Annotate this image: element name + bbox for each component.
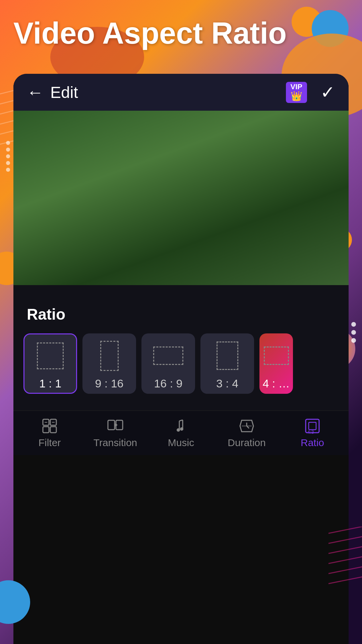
ratio-label-3-4: 3 : 4 [216, 377, 238, 390]
back-button[interactable]: ← [27, 83, 44, 102]
ratio-section-label: Ratio [23, 305, 339, 323]
svg-rect-43 [43, 427, 49, 433]
svg-line-6 [328, 527, 362, 533]
svg-text:4:3: 4:3 [307, 429, 314, 434]
nav-ratio[interactable]: 4:3 Ratio [280, 418, 345, 448]
vip-badge[interactable]: VIP 👑 [286, 82, 307, 103]
ratio-icon-3-4 [210, 337, 244, 374]
nav-duration[interactable]: Duration [214, 418, 280, 448]
nav-filter-label: Filter [39, 437, 61, 448]
svg-line-55 [247, 426, 249, 428]
ratio-option-16-9[interactable]: 16 : 9 [141, 333, 195, 394]
svg-line-9 [328, 557, 362, 564]
video-preview: 🦋 oracã [13, 111, 349, 285]
page-title: Video Aspect Ratio [13, 17, 287, 50]
bottom-nav: Filter Transition Music [13, 411, 349, 455]
ratio-option-1-1[interactable]: 1 : 1 [23, 333, 77, 394]
ratio-option-4-x[interactable]: 4 : … [259, 333, 293, 394]
svg-line-11 [328, 577, 362, 584]
ratio-option-9-16[interactable]: 9 : 16 [82, 333, 136, 394]
deco-lines-bottom-right [328, 527, 362, 594]
ratio-label-9-16: 9 : 16 [95, 377, 123, 390]
ratio-section: Ratio 1 : 1 9 : 16 [23, 299, 339, 404]
vip-label: VIP [291, 83, 302, 91]
photo-content: 🦋 oracã [13, 111, 349, 285]
leaves-background [13, 111, 349, 285]
bottom-panel: Ratio 1 : 1 9 : 16 [13, 285, 349, 411]
crown-icon: 👑 [291, 91, 302, 102]
top-bar: ← Edit VIP 👑 ✓ [13, 74, 349, 111]
page-title-area: Video Aspect Ratio [13, 17, 287, 50]
svg-rect-44 [50, 427, 56, 433]
svg-point-52 [180, 427, 183, 431]
ratio-label-1-1: 1 : 1 [39, 377, 61, 390]
ratio-box-3-4 [217, 341, 238, 370]
ratio-icon-4-x [259, 337, 293, 374]
screen-title: Edit [50, 83, 286, 102]
duration-icon [238, 418, 255, 434]
app-container: ← Edit VIP 👑 ✓ [13, 74, 349, 644]
ratio-box-4-x [264, 346, 289, 365]
nav-filter[interactable]: Filter [17, 418, 82, 448]
confirm-button[interactable]: ✓ [320, 82, 335, 102]
ratio-option-3-4[interactable]: 3 : 4 [200, 333, 254, 394]
nav-ratio-label: Ratio [301, 437, 324, 448]
svg-rect-47 [108, 420, 115, 430]
deco-dots-right [351, 322, 356, 343]
transition-icon [107, 418, 124, 434]
nav-music-label: Music [168, 437, 194, 448]
ratio-box-9-16 [100, 341, 119, 371]
ratio-box-16-9 [153, 346, 183, 365]
nav-transition[interactable]: Transition [82, 418, 148, 448]
nav-duration-label: Duration [228, 437, 265, 448]
ratio-icon: 4:3 [304, 418, 321, 434]
nav-music[interactable]: Music [148, 418, 214, 448]
svg-line-10 [328, 567, 362, 574]
ratio-icon-9-16 [93, 337, 126, 374]
ratio-icon-16-9 [152, 337, 185, 374]
svg-line-8 [328, 547, 362, 553]
ratio-label-4-x: 4 : … [262, 377, 290, 390]
ratio-label-16-9: 16 : 9 [154, 377, 182, 390]
svg-point-51 [177, 428, 180, 432]
ratio-options-list: 1 : 1 9 : 16 16 : 9 [23, 333, 339, 394]
nav-transition-label: Transition [94, 437, 137, 448]
music-icon [173, 418, 189, 434]
svg-rect-58 [309, 422, 316, 430]
ratio-icon-1-1 [34, 337, 67, 374]
svg-line-7 [328, 537, 362, 543]
deco-dots-left [6, 141, 10, 172]
filter-icon [41, 418, 58, 434]
ratio-box-1-1 [37, 342, 64, 369]
